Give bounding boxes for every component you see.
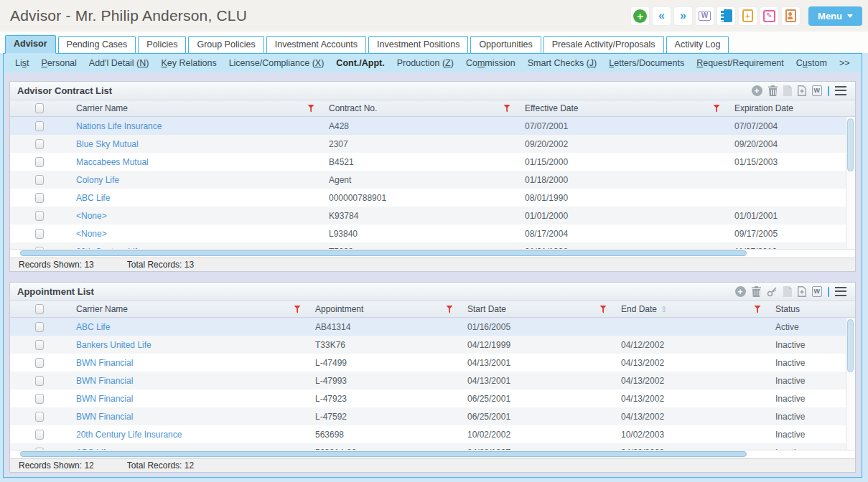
subtab-commission[interactable]: Commission (466, 58, 515, 68)
table-row[interactable]: 20th Century Life T5032 01/01/1998 11/07… (10, 242, 855, 249)
filter-funnel-icon[interactable] (503, 105, 510, 113)
document-button[interactable] (783, 286, 792, 297)
tab-group-policies[interactable]: Group Policies (188, 36, 263, 54)
column-header[interactable]: Contract No. (329, 103, 377, 113)
tab-investment-positions[interactable]: Investment Positions (368, 36, 468, 54)
carrier-link[interactable]: Bankers United Life (76, 340, 151, 350)
carrier-link[interactable]: BWN Financial (76, 394, 133, 404)
subtab-list[interactable]: List (15, 58, 29, 68)
row-checkbox[interactable] (35, 229, 44, 239)
table-row[interactable]: BWN Financial L-47499 04/13/2001 04/13/2… (10, 354, 855, 372)
subtab-addl-detail[interactable]: Add'l Detail (N) (89, 58, 149, 68)
notebook-button[interactable] (717, 6, 736, 26)
filter-funnel-icon[interactable] (754, 306, 761, 313)
carrier-link[interactable]: ABC Life (76, 322, 110, 332)
tab-presale-activity-proposals[interactable]: Presale Activity/Proposals (543, 36, 664, 54)
filter-funnel-icon[interactable] (307, 105, 314, 113)
add-document-button[interactable] (798, 85, 806, 96)
carrier-link[interactable]: 20th Century Life Insurance (76, 430, 182, 440)
list-menu-button[interactable] (835, 287, 846, 296)
carrier-link[interactable]: Nations Life Insurance (76, 121, 162, 131)
subtab-request-requirement[interactable]: Request/Requirement (696, 58, 784, 68)
row-checkbox[interactable] (35, 139, 44, 149)
row-checkbox[interactable] (35, 121, 44, 131)
table-row[interactable]: BWN Financial L-47592 06/25/2001 04/13/2… (10, 407, 855, 425)
row-checkbox[interactable] (35, 430, 44, 440)
table-row[interactable]: <None> L93840 08/17/2004 09/17/2005 (10, 225, 855, 242)
subtab-production[interactable]: Production (Z) (397, 58, 454, 68)
horizontal-scrollbar[interactable] (10, 450, 855, 458)
carrier-link[interactable]: Maccabees Mutual (76, 157, 149, 167)
column-header[interactable]: Expiration Date (734, 103, 793, 113)
filter-funnel-icon[interactable] (294, 306, 301, 313)
subtab-smart-checks[interactable]: Smart Checks (J) (528, 58, 597, 68)
vertical-scrollbar-thumb[interactable] (847, 319, 854, 372)
carrier-link[interactable]: Blue Sky Mutual (76, 139, 139, 149)
menu-button[interactable]: Menu (808, 6, 862, 26)
horizontal-scrollbar-thumb[interactable] (20, 451, 747, 457)
vertical-scrollbar[interactable] (846, 318, 855, 450)
carrier-link[interactable]: BWN Financial (76, 376, 133, 386)
carrier-link[interactable]: <None> (76, 211, 107, 221)
horizontal-scrollbar[interactable] (10, 249, 855, 257)
row-checkbox[interactable] (35, 394, 44, 404)
row-checkbox[interactable] (35, 322, 44, 332)
subtab-overflow[interactable]: >> (839, 58, 850, 68)
new-document-button[interactable]: + (738, 6, 757, 26)
subtab-custom[interactable]: Custom (796, 58, 827, 68)
column-header[interactable]: Start Date (467, 304, 506, 314)
subtab-cont-appt[interactable]: Cont./Appt. (336, 58, 384, 68)
tab-investment-accounts[interactable]: Investment Accounts (266, 36, 366, 54)
add-record-button[interactable]: + (630, 6, 650, 26)
vertical-scrollbar-thumb[interactable] (847, 118, 854, 171)
row-checkbox[interactable] (35, 175, 44, 185)
key-button[interactable] (767, 286, 778, 297)
column-header[interactable]: Carrier Name (76, 304, 128, 314)
table-row[interactable]: ABC Life AB41314 01/16/2005 Active (10, 318, 855, 336)
table-row[interactable]: ABC Life 569014-00 04/02/1997 04/02/2002… (10, 443, 855, 450)
word-export-button[interactable]: W (812, 286, 823, 297)
tab-advisor[interactable]: Advisor (5, 35, 56, 54)
filter-funnel-icon[interactable] (599, 306, 607, 313)
filter-funnel-icon[interactable] (713, 105, 720, 113)
table-row[interactable]: Nations Life Insurance A428 07/07/2001 0… (10, 117, 855, 135)
add-appointment-button[interactable]: + (735, 286, 746, 297)
table-row[interactable]: Bankers United Life T33K76 04/12/1999 04… (10, 336, 855, 354)
select-all-checkbox[interactable] (35, 103, 44, 113)
table-row[interactable]: Blue Sky Mutual 2307 09/20/2002 09/20/20… (10, 135, 855, 153)
vertical-scrollbar[interactable] (846, 117, 855, 249)
contact-card-button[interactable] (781, 6, 801, 26)
select-all-checkbox[interactable] (35, 304, 44, 314)
row-checkbox[interactable] (35, 376, 44, 386)
row-checkbox[interactable] (35, 193, 44, 203)
carrier-link[interactable]: BWN Financial (76, 412, 133, 422)
horizontal-scrollbar-thumb[interactable] (20, 250, 747, 256)
add-document-button[interactable] (798, 286, 806, 297)
column-header[interactable]: End Date (621, 304, 657, 314)
table-row[interactable]: 20th Century Life Insurance 563698 10/02… (10, 425, 855, 443)
table-row[interactable]: BWN Financial L-47993 04/13/2001 04/13/2… (10, 372, 855, 389)
carrier-link[interactable]: BWN Financial (76, 358, 133, 368)
subtab-personal[interactable]: Personal (41, 58, 76, 68)
tab-policies[interactable]: Policies (138, 36, 186, 54)
delete-appointment-button[interactable] (752, 286, 761, 297)
previous-record-button[interactable]: « (652, 6, 671, 26)
carrier-link[interactable]: ABC Life (76, 193, 110, 203)
subtab-letters-documents[interactable]: Letters/Documents (609, 58, 684, 68)
row-checkbox[interactable] (35, 412, 44, 422)
tab-opportunities[interactable]: Opportunities (470, 36, 541, 54)
tab-activity-log[interactable]: Activity Log (666, 36, 729, 54)
column-header[interactable]: Status (775, 304, 800, 314)
list-menu-button[interactable] (835, 86, 846, 95)
carrier-link[interactable]: Colony Life (76, 175, 119, 185)
word-merge-button[interactable]: W (695, 6, 714, 26)
delete-contract-button[interactable] (768, 85, 778, 96)
add-contract-button[interactable]: + (752, 85, 762, 96)
column-header[interactable]: Effective Date (525, 103, 578, 113)
edit-note-button[interactable]: ✎ (760, 6, 779, 26)
document-button[interactable] (783, 85, 792, 96)
table-row[interactable]: Colony Life Agent 01/18/2000 (10, 171, 855, 189)
next-record-button[interactable]: » (673, 6, 693, 26)
table-row[interactable]: <None> K93784 01/01/2000 01/01/2001 (10, 207, 855, 225)
table-row[interactable]: ABC Life 000000788901 08/01/1990 (10, 189, 855, 207)
